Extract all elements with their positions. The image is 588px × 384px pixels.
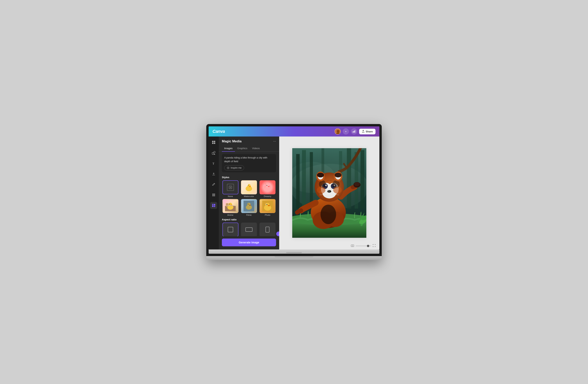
sidebar-item-grid[interactable] — [210, 139, 217, 146]
style-label-filmic: Filmic — [246, 214, 252, 216]
portrait-shape-icon — [266, 227, 270, 232]
camera-notch — [286, 252, 302, 253]
generate-button[interactable]: Generate image — [222, 239, 276, 246]
share-label: Share — [366, 130, 373, 133]
view-toggle-button[interactable] — [351, 244, 354, 248]
tab-images[interactable]: Images — [222, 145, 235, 152]
add-button[interactable]: + — [343, 128, 349, 134]
svg-point-58 — [265, 203, 267, 205]
svg-point-22 — [214, 195, 215, 196]
aspect-square[interactable]: Square — [222, 223, 239, 236]
style-anime[interactable]: Anime — [222, 199, 239, 216]
sidebar-item-draw[interactable] — [210, 181, 217, 188]
aspect-portrait[interactable]: Portrait — [259, 223, 276, 236]
svg-point-56 — [268, 205, 270, 206]
sidebar-item-text[interactable]: T — [210, 160, 217, 167]
style-none[interactable]: None — [222, 180, 239, 197]
aspect-grid: Square Landscape — [219, 223, 279, 236]
svg-point-14 — [212, 193, 213, 194]
main-content: T — [209, 136, 379, 250]
svg-point-18 — [213, 194, 214, 195]
sidebar-item-upload[interactable] — [210, 170, 217, 177]
generated-image — [292, 148, 366, 238]
style-dreamy[interactable]: Dreamy — [259, 180, 276, 197]
bottom-toolbar — [351, 244, 376, 248]
svg-text:T: T — [212, 162, 214, 165]
inspire-label: Inspire me — [231, 167, 242, 169]
svg-rect-24 — [212, 205, 213, 207]
svg-point-17 — [212, 194, 213, 195]
svg-rect-4 — [354, 131, 354, 133]
svg-point-15 — [213, 193, 214, 194]
share-button[interactable]: Share — [359, 129, 376, 134]
svg-rect-7 — [214, 141, 215, 142]
panel-menu-button[interactable]: ··· — [273, 139, 276, 143]
sidebar-item-apps[interactable] — [210, 192, 217, 198]
generate-area: Jade ↖ Generate image — [219, 236, 279, 250]
style-filmic[interactable]: Filmic — [240, 199, 257, 216]
style-label-none: None — [228, 195, 233, 197]
top-bar: Canva + — [209, 126, 379, 136]
canvas-area — [279, 136, 379, 250]
svg-marker-12 — [214, 154, 215, 155]
style-thumb-dreamy — [259, 180, 275, 194]
avatar — [335, 128, 341, 134]
prompt-area[interactable]: A panda riding a bike through a city wit… — [222, 154, 276, 172]
svg-point-16 — [214, 193, 215, 194]
svg-point-46 — [229, 204, 230, 205]
svg-point-1 — [337, 130, 339, 133]
style-thumb-anime — [222, 199, 238, 213]
svg-rect-10 — [212, 153, 213, 154]
chart-icon-btn[interactable] — [351, 128, 357, 134]
svg-point-38 — [265, 183, 266, 184]
aspect-thumb-portrait — [259, 223, 275, 236]
style-photo[interactable]: Photo — [259, 199, 276, 216]
svg-point-39 — [269, 183, 271, 185]
inspire-button[interactable]: Inspire me — [224, 165, 244, 170]
canva-logo: Canva — [212, 129, 225, 134]
svg-point-40 — [263, 185, 265, 186]
style-label-watercolor: Watercolor — [244, 195, 254, 197]
style-watercolor[interactable]: Watercolor — [240, 180, 257, 197]
style-label-anime: Anime — [227, 214, 233, 216]
svg-point-11 — [214, 151, 215, 153]
style-thumb-photo — [259, 199, 275, 213]
style-label-photo: Photo — [265, 214, 271, 216]
svg-rect-3 — [353, 132, 353, 133]
aspect-landscape[interactable]: Landscape — [240, 223, 257, 236]
svg-point-20 — [212, 195, 213, 196]
share-icon — [362, 130, 365, 133]
svg-rect-26 — [214, 206, 215, 207]
screen-bezel: Canva + — [206, 124, 382, 256]
svg-point-21 — [213, 195, 214, 196]
svg-point-33 — [247, 184, 248, 186]
sidebar-item-magic[interactable] — [210, 202, 217, 209]
svg-rect-8 — [212, 143, 213, 144]
prompt-text: A panda riding a bike through a city wit… — [224, 156, 274, 163]
panel-header: Magic Media ··· — [219, 136, 279, 145]
sidebar-item-elements[interactable] — [210, 149, 217, 156]
square-shape-icon — [228, 227, 233, 232]
landscape-shape-icon — [246, 228, 252, 232]
fullscreen-button[interactable] — [373, 244, 376, 248]
panel: Magic Media ··· Images Graphics Videos A… — [219, 136, 279, 250]
tab-graphics[interactable]: Graphics — [235, 145, 250, 152]
zoom-slider[interactable] — [356, 246, 371, 246]
svg-point-37 — [267, 185, 267, 186]
svg-rect-25 — [214, 204, 215, 206]
styles-title: Styles — [219, 174, 279, 180]
panel-scroll: A panda riding a bike through a city wit… — [219, 152, 279, 236]
style-label-dreamy: Dreamy — [264, 195, 271, 197]
laptop-container: Canva + — [206, 124, 382, 260]
style-thumb-none — [222, 180, 238, 194]
svg-rect-52 — [244, 201, 254, 211]
svg-rect-5 — [355, 130, 355, 133]
top-bar-right: + Share — [335, 128, 376, 134]
canvas-content — [292, 148, 366, 238]
aspect-thumb-square — [222, 223, 238, 236]
aspect-thumb-landscape — [241, 223, 257, 236]
tab-videos[interactable]: Videos — [250, 145, 262, 152]
svg-point-31 — [249, 186, 251, 187]
svg-point-35 — [266, 184, 269, 188]
style-thumb-watercolor — [241, 180, 257, 194]
